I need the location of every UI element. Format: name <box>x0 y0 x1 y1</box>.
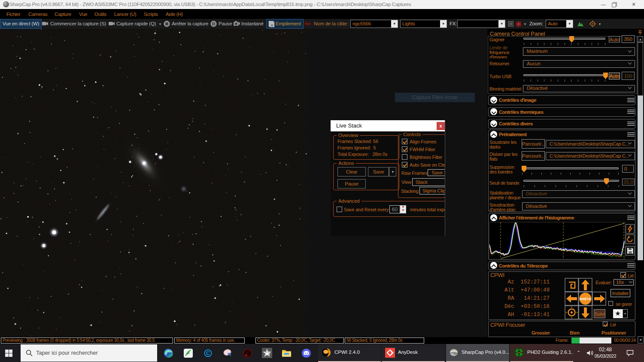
svg-text:RRÊTE: RRÊTE <box>580 297 592 301</box>
svg-text:C: C <box>206 350 210 356</box>
svg-text:PHD: PHD <box>517 352 521 354</box>
